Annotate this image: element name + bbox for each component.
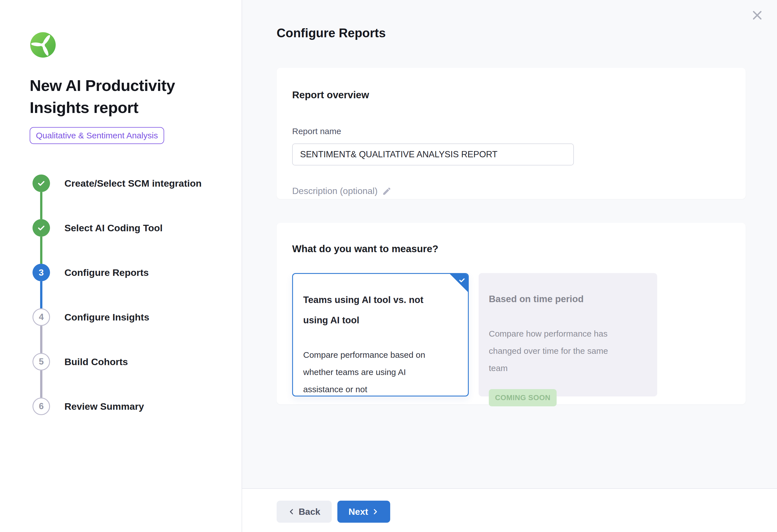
step-item-build-cohorts[interactable]: 5 Build Cohorts	[30, 353, 225, 398]
next-button-label: Next	[349, 507, 368, 517]
selected-check-icon	[458, 276, 466, 284]
measure-option-teams-vs-not[interactable]: Teams using AI tool vs. not using AI too…	[292, 273, 469, 396]
edit-pencil-icon	[382, 186, 392, 196]
step-check-icon	[32, 219, 50, 237]
app-logo-icon	[30, 32, 56, 58]
close-icon[interactable]	[749, 7, 765, 23]
step-number: 3	[32, 264, 50, 281]
step-label: Configure Insights	[65, 308, 149, 326]
step-number: 5	[32, 353, 50, 371]
description-toggle[interactable]: Description (optional)	[292, 186, 392, 196]
chevron-left-icon	[288, 508, 295, 515]
page-title: Configure Reports	[276, 26, 777, 40]
option-description: Compare how performance has changed over…	[489, 325, 625, 377]
coming-soon-badge: COMING SOON	[489, 389, 557, 406]
step-item-scm-integration[interactable]: Create/Select SCM integration	[30, 174, 225, 219]
back-button[interactable]: Back	[276, 501, 332, 523]
option-title: Teams using AI tool vs. not using AI too…	[303, 290, 430, 330]
report-overview-card: Report overview Report name Description …	[276, 68, 746, 199]
wizard-screen: New AI Productivity Insights report Qual…	[0, 0, 777, 532]
report-type-badge: Qualitative & Sentiment Analysis	[30, 127, 164, 144]
measure-heading: What do you want to measure?	[292, 243, 730, 254]
wizard-title: New AI Productivity Insights report	[30, 75, 205, 119]
back-button-label: Back	[299, 507, 320, 517]
sidebar: New AI Productivity Insights report Qual…	[0, 0, 242, 532]
step-label: Review Summary	[65, 398, 144, 415]
option-title: Based on time period	[489, 289, 616, 309]
step-connector	[40, 192, 42, 219]
step-number: 4	[32, 308, 50, 326]
chevron-right-icon	[371, 508, 379, 515]
report-name-label: Report name	[292, 127, 730, 136]
option-description: Compare performance based on whether tea…	[303, 346, 433, 396]
step-connector	[40, 281, 42, 308]
step-connector	[40, 371, 42, 398]
step-label: Configure Reports	[65, 264, 149, 281]
main-panel: Configure Reports Report overview Report…	[242, 0, 777, 532]
step-item-ai-coding-tool[interactable]: Select AI Coding Tool	[30, 219, 225, 264]
measure-options: Teams using AI tool vs. not using AI too…	[292, 273, 730, 396]
step-item-configure-insights[interactable]: 4 Configure Insights	[30, 308, 225, 353]
next-button[interactable]: Next	[337, 501, 390, 523]
step-connector	[40, 326, 42, 353]
stepper: Create/Select SCM integration Select AI …	[30, 174, 225, 415]
step-label: Build Cohorts	[65, 353, 128, 371]
report-overview-heading: Report overview	[292, 89, 730, 101]
step-label: Select AI Coding Tool	[65, 219, 163, 237]
step-check-icon	[32, 174, 50, 192]
step-label: Create/Select SCM integration	[65, 174, 202, 192]
description-label: Description (optional)	[292, 186, 377, 196]
step-item-review-summary[interactable]: 6 Review Summary	[30, 398, 225, 415]
measure-option-time-period[interactable]: Based on time period Compare how perform…	[479, 273, 657, 396]
report-name-input[interactable]	[292, 143, 574, 165]
step-number: 6	[32, 398, 50, 415]
step-connector	[40, 237, 42, 264]
step-item-configure-reports[interactable]: 3 Configure Reports	[30, 264, 225, 308]
measure-card: What do you want to measure? Teams using…	[276, 223, 746, 404]
wizard-footer: Back Next	[242, 488, 777, 532]
